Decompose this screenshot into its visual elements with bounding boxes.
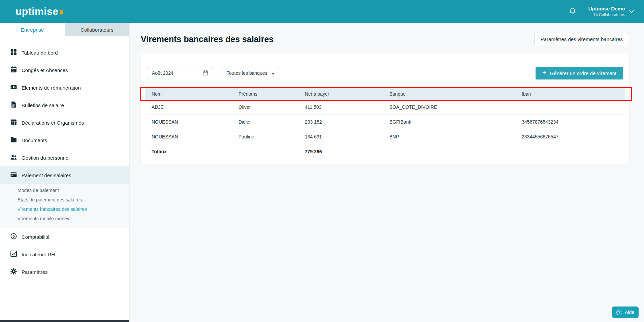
sidebar-item-label: Paiement des salaires: [22, 172, 71, 178]
sidebar-item-conges-absences[interactable]: Congés et Absences: [0, 61, 129, 79]
gear-icon: [10, 268, 17, 276]
sidebar-item-label: Indicateurs RH: [22, 252, 55, 257]
app-logo: uptimise: [15, 6, 63, 17]
logo-text: uptimise: [15, 6, 58, 17]
plus-icon: +: [542, 69, 546, 76]
calendar-icon: [10, 66, 17, 74]
sidebar-nav: Tableau de bord Congés et Absences Eleme…: [0, 36, 129, 322]
chevron-down-icon: [629, 8, 634, 14]
sidebar-item-declarations-organismes[interactable]: Déclarations et Organismes: [0, 114, 129, 131]
sidebar-item-paiement-salaires[interactable]: Paiement des salaires: [0, 166, 129, 184]
sidebar-item-label: Tableau de bord: [22, 50, 58, 56]
user-subtitle: 14 Collaborateurs: [588, 12, 625, 17]
topbar: uptimise Uptimise Demo 14 Collaborateurs: [0, 0, 644, 23]
column-header-iban: Iban: [522, 91, 625, 97]
totals-value: 779 286: [305, 149, 389, 154]
table-row: NGUESSAN Pauline 134 631 BNP 23344556676…: [145, 129, 625, 144]
svg-text:$: $: [12, 234, 14, 238]
table-header-row: Nom Prénoms Net à payer Banque Iban: [145, 88, 625, 100]
dashboard-icon: [10, 49, 17, 57]
sidebar-subnav-paiement: Modes de paiement Etats de paiement des …: [0, 184, 129, 228]
virements-card: Août 2024 Toutes les banques + Générer u…: [141, 53, 629, 164]
page-title: Virements bancaires des salaires: [141, 34, 273, 44]
sidebar-subitem-virements-bancaires[interactable]: Virements bancaires des salaires: [0, 204, 129, 214]
bank-filter-value: Toutes les banques: [227, 70, 267, 76]
sidebar-item-label: Déclarations et Organismes: [22, 120, 84, 126]
sidebar-tabs: Entreprise Collaborateurs: [0, 23, 129, 36]
sidebar-item-label: Congés et Absences: [22, 67, 68, 73]
cell-prenoms: Oliver: [238, 104, 305, 110]
cell-net-a-payer: 134 631: [305, 134, 389, 139]
bank-filter-select[interactable]: Toutes les banques: [222, 67, 279, 79]
sidebar-item-parametres[interactable]: Paramètres: [0, 263, 129, 281]
calendar-picker-icon: [202, 70, 208, 77]
sidebar-item-label: Comptabilité: [22, 234, 50, 240]
credit-card-icon: [10, 171, 17, 179]
sidebar-item-tableau-de-bord[interactable]: Tableau de bord: [0, 44, 129, 61]
sidebar-item-bulletins-salaire[interactable]: Bulletins de salaire: [0, 96, 129, 114]
sidebar-subitem-modes-de-paiement[interactable]: Modes de paiement: [0, 186, 129, 195]
declarations-table-icon: [10, 119, 17, 127]
sidebar-item-elements-remuneration[interactable]: Elements de rémunération: [0, 79, 129, 96]
help-label: Aide: [625, 310, 634, 315]
cell-banque: BOA_COTE_DIVOIRE: [389, 104, 522, 110]
virements-table: Nom Prénoms Net à payer Banque Iban ADJE…: [145, 88, 625, 159]
people-icon: [10, 154, 17, 162]
sidebar-item-label: Paramètres: [22, 269, 48, 275]
dollar-circle-icon: $: [10, 233, 17, 241]
cell-net-a-payer: 233 152: [305, 119, 389, 125]
sidebar: Entreprise Collaborateurs Tableau de bor…: [0, 23, 129, 322]
sidebar-item-label: Bulletins de salaire: [22, 102, 64, 108]
sidebar-item-gestion-personnel[interactable]: Gestion du personnel: [0, 149, 129, 166]
bell-icon: [569, 7, 576, 16]
generate-virement-button[interactable]: + Générer un ordre de virement: [536, 67, 623, 79]
sidebar-item-documents[interactable]: Documents: [0, 131, 129, 149]
table-row: NGUESSAN Didier 233 152 BGFIBank 3456787…: [145, 115, 625, 129]
column-header-prenoms: Prénoms: [238, 91, 305, 97]
generate-virement-label: Générer un ordre de virement: [550, 70, 616, 76]
help-button[interactable]: ? Aide: [612, 307, 639, 318]
cell-nom: NGUESSAN: [152, 119, 238, 125]
sidebar-group-paiement: Paiement des salaires Modes de paiement …: [0, 166, 129, 228]
chart-icon: [10, 250, 17, 258]
sidebar-item-label: Elements de rémunération: [22, 85, 81, 91]
month-picker-value: Août 2024: [152, 70, 173, 76]
column-header-net-a-payer: Net à payer: [305, 91, 389, 97]
column-header-nom: Nom: [152, 91, 238, 97]
logo-accent-mark: [60, 10, 63, 14]
cell-prenoms: Didier: [238, 119, 305, 125]
sidebar-item-comptabilite[interactable]: $ Comptabilité: [0, 228, 129, 246]
tab-entreprise[interactable]: Entreprise: [0, 23, 65, 36]
sidebar-item-label: Gestion du personnel: [22, 155, 70, 161]
cell-prenoms: Pauline: [238, 134, 305, 139]
cell-iban: 34567876543234: [522, 119, 625, 125]
sidebar-item-indicateurs-rh[interactable]: Indicateurs RH: [0, 246, 129, 263]
month-picker-input[interactable]: Août 2024: [147, 67, 212, 79]
banknote-icon: [10, 84, 17, 92]
user-name: Uptimise Demo: [588, 6, 625, 11]
folder-icon: [10, 136, 17, 144]
question-mark-icon: ?: [616, 310, 622, 315]
cell-nom: ADJE: [152, 104, 238, 110]
sidebar-subitem-etats-de-paiement[interactable]: Etats de paiement des salaires: [0, 195, 129, 204]
payslip-icon: [10, 101, 17, 109]
cell-net-a-payer: 411 503: [305, 104, 389, 110]
caret-down-icon: [271, 70, 275, 76]
cell-iban: 23344556676547: [522, 134, 625, 139]
virement-settings-button[interactable]: Paramètres des virements bancaires: [534, 33, 629, 45]
tab-collaborateurs[interactable]: Collaborateurs: [65, 23, 129, 36]
table-row: ADJE Oliver 411 503 BOA_COTE_DIVOIRE: [145, 100, 625, 115]
cell-nom: NGUESSAN: [152, 134, 238, 139]
table-totals-row: Totaux 779 286: [145, 144, 625, 159]
notifications-button[interactable]: [569, 7, 576, 16]
sidebar-item-label: Documents: [22, 137, 47, 143]
main-content: Virements bancaires des salaires Paramèt…: [129, 0, 644, 164]
totals-label: Totaux: [152, 149, 238, 154]
sidebar-horizontal-scrollbar[interactable]: [0, 320, 129, 322]
column-header-banque: Banque: [389, 91, 522, 97]
user-menu[interactable]: Uptimise Demo 14 Collaborateurs: [588, 6, 634, 17]
cell-banque: BGFIBank: [389, 119, 522, 125]
cell-banque: BNP: [389, 134, 522, 139]
sidebar-subitem-virements-mobile-money[interactable]: Virements mobile money: [0, 214, 129, 223]
